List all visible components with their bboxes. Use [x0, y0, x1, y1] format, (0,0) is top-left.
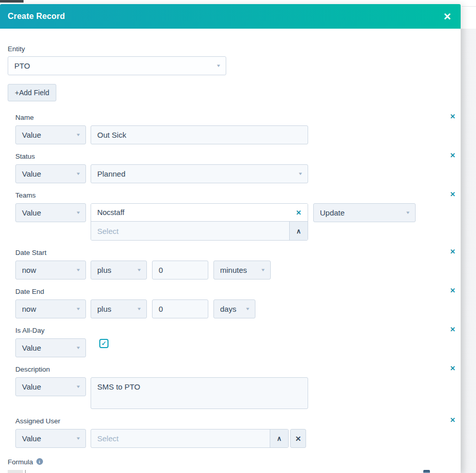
field-group-description: Description ✕ Value ▼ SMS to PTO [15, 365, 456, 409]
formula-editor[interactable]: 1 [8, 470, 453, 473]
close-icon[interactable]: ✕ [443, 12, 451, 22]
info-glyph: i [39, 459, 40, 464]
remove-field-icon[interactable]: ✕ [450, 248, 456, 255]
assigned-user-widget: Select ∧ ✕ [91, 429, 306, 448]
description-value: SMS to PTO [97, 382, 140, 391]
teams-selected-item: Nocstaff ✕ [91, 204, 308, 222]
status-select-value: Planned [97, 169, 125, 178]
remove-field-icon[interactable]: ✕ [450, 417, 456, 424]
teams-select-row[interactable]: Select ∧ [91, 222, 308, 240]
field-group-assigned-user: Assigned User ✕ Value ▼ Select ∧ ✕ [15, 417, 456, 448]
chevron-down-icon: ▼ [76, 346, 81, 350]
info-icon[interactable]: i [36, 458, 43, 465]
chevron-down-icon: ▼ [76, 384, 81, 389]
chevron-down-icon: ▼ [76, 436, 81, 441]
remove-field-icon[interactable]: ✕ [450, 152, 456, 159]
field-group-status: Status ✕ Value ▼ Planned ▼ [15, 152, 456, 183]
name-input[interactable]: Out Sick [91, 125, 308, 144]
formula-label: Formula [8, 458, 33, 466]
clear-item-icon[interactable]: ✕ [296, 209, 301, 217]
value-mode-select[interactable]: Value ▼ [15, 125, 86, 144]
chevron-down-icon: ▼ [405, 210, 410, 215]
modal-body: Entity PTO ▼ +Add Field Name ✕ Value ▼ [0, 29, 461, 473]
entity-select[interactable]: PTO ▼ [8, 56, 226, 75]
remove-field-icon[interactable]: ✕ [450, 287, 456, 294]
chevron-down-icon: ▼ [298, 171, 303, 176]
field-label: Teams [15, 191, 36, 200]
field-label: Status [15, 152, 35, 161]
value-mode-select[interactable]: Value ▼ [15, 338, 86, 357]
value-mode-text: Value [22, 382, 41, 391]
date-amount-input[interactable]: 0 [152, 261, 208, 280]
value-mode-select[interactable]: Value ▼ [15, 429, 86, 448]
date-base-select[interactable]: now ▼ [15, 261, 86, 280]
chevron-up-icon: ∧ [277, 435, 282, 442]
field-label: Description [15, 365, 50, 374]
value-mode-text: Value [22, 208, 41, 217]
chevron-down-icon: ▼ [76, 210, 81, 215]
date-op-value: plus [97, 266, 112, 274]
date-amount-value: 0 [159, 305, 163, 313]
chevron-down-icon: ▼ [76, 133, 81, 137]
assigned-user-select[interactable]: Select ∧ [91, 429, 289, 448]
date-op-value: plus [97, 305, 112, 313]
remove-field-icon[interactable]: ✕ [450, 326, 456, 333]
chevron-up-icon: ∧ [296, 227, 301, 235]
assigned-user-placeholder: Select [91, 429, 270, 447]
modal-header: Create Record ✕ [0, 4, 461, 29]
field-label: Date Start [15, 248, 47, 257]
entity-label: Entity [8, 45, 453, 53]
field-label: Is All-Day [15, 326, 45, 335]
value-mode-text: Value [22, 434, 41, 443]
description-textarea[interactable]: SMS to PTO [91, 377, 308, 409]
chevron-down-icon: ▼ [76, 307, 81, 311]
field-group-is-all-day: Is All-Day ✕ Value ▼ ✓ [15, 326, 456, 357]
remove-field-icon[interactable]: ✕ [450, 113, 456, 120]
value-mode-select[interactable]: Value ▼ [15, 203, 86, 222]
date-base-select[interactable]: now ▼ [15, 299, 86, 318]
date-base-value: now [22, 266, 36, 274]
date-op-select[interactable]: plus ▼ [91, 299, 147, 318]
date-amount-value: 0 [159, 266, 163, 274]
field-group-date-end: Date End ✕ now ▼ plus ▼ 0 [15, 287, 456, 318]
date-base-value: now [22, 305, 36, 313]
chevron-down-icon: ▼ [76, 268, 81, 272]
line-number: 1 [13, 471, 17, 473]
date-unit-select[interactable]: days ▼ [213, 299, 255, 318]
value-mode-select[interactable]: Value ▼ [15, 377, 86, 396]
teams-multi-select: Nocstaff ✕ Select ∧ [91, 203, 308, 241]
teams-select-placeholder: Select [91, 222, 289, 240]
date-amount-input[interactable]: 0 [152, 299, 208, 318]
date-unit-select[interactable]: minutes ▼ [213, 261, 271, 280]
field-label: Date End [15, 287, 44, 296]
date-unit-value: days [220, 305, 236, 313]
field-group-teams: Teams ✕ Value ▼ Nocstaff ✕ Select [15, 191, 456, 241]
text-cursor [25, 470, 26, 473]
collapse-button[interactable]: ∧ [289, 222, 308, 240]
date-op-select[interactable]: plus ▼ [91, 261, 147, 280]
date-unit-value: minutes [220, 266, 247, 274]
value-mode-text: Value [22, 131, 41, 139]
value-mode-text: Value [22, 169, 41, 178]
all-day-checkbox[interactable]: ✓ [99, 339, 109, 348]
chevron-down-icon: ▼ [76, 171, 81, 176]
add-field-label: +Add Field [15, 89, 49, 97]
remove-field-icon[interactable]: ✕ [450, 365, 456, 372]
partial-icon [423, 470, 430, 473]
field-groups: Name ✕ Value ▼ Out Sick Status ✕ [15, 113, 456, 448]
page-backdrop [461, 0, 476, 473]
value-mode-select[interactable]: Value ▼ [15, 164, 86, 183]
add-field-button[interactable]: +Add Field [8, 84, 56, 101]
collapse-button[interactable]: ∧ [270, 429, 288, 447]
name-input-value: Out Sick [97, 131, 126, 139]
teams-action-select[interactable]: Update ▼ [313, 203, 416, 222]
remove-field-icon[interactable]: ✕ [450, 191, 456, 198]
clear-assigned-user-button[interactable]: ✕ [290, 429, 306, 448]
status-select[interactable]: Planned ▼ [91, 164, 308, 183]
formula-section: Formula i 1 [8, 458, 453, 473]
field-label: Assigned User [15, 417, 60, 425]
entity-select-value: PTO [14, 61, 30, 70]
checkmark-icon: ✓ [101, 340, 106, 347]
line-number-gutter: 1 [8, 470, 23, 473]
backdrop-divider [462, 6, 476, 7]
